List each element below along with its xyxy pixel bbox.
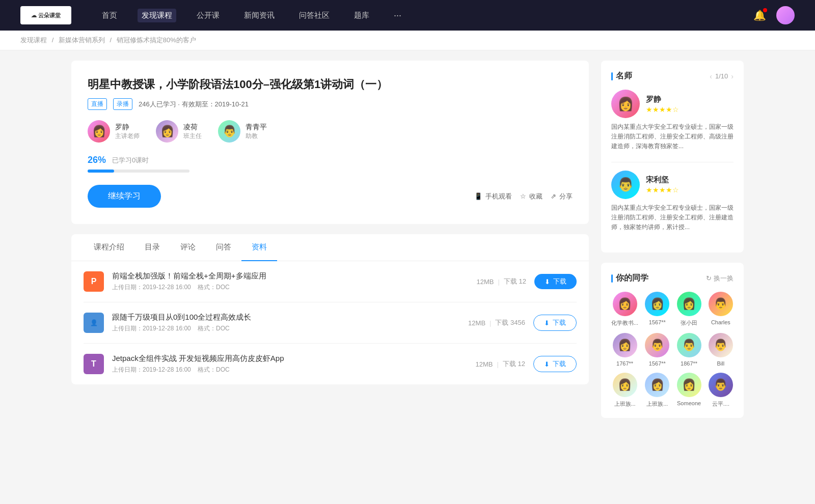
navbar: ☁ 云朵课堂 首页 发现课程 公开课 新闻资讯 问答社区 题库 ··· 🔔 <box>0 0 815 31</box>
resource-meta-3: 上传日期：2019-12-28 16:00 格式：DOC <box>112 366 468 374</box>
left-content: 明星中教授课，小学阶段语法100分–强化级第1讲动词（一） 直播 录播 246人… <box>71 61 589 428</box>
classmate-6-name: 1567** <box>649 360 666 367</box>
resource-size-3: 12MB <box>476 360 493 368</box>
course-card: 明星中教授课，小学阶段语法100分–强化级第1讲动词（一） 直播 录播 246人… <box>71 61 589 224</box>
classmate-4-name: Charles <box>711 319 730 325</box>
resource-size-1: 12MB <box>477 278 494 286</box>
resource-stats-2: 12MB | 下载 3456 <box>468 318 525 327</box>
teacher-divider <box>611 162 734 162</box>
nav-home[interactable]: 首页 <box>98 9 121 22</box>
nav-qa[interactable]: 问答社区 <box>295 9 334 22</box>
resource-info-1: 前端全栈加强版！前端全栈+全周期+多端应用 上传日期：2019-12-28 16… <box>112 271 469 292</box>
classmate-10: 👩 上班族... <box>644 373 670 408</box>
teachers-pagination: ‹ 1/10 › <box>710 72 734 80</box>
sidebar-teacher-2-stars: ★★★★☆ <box>646 186 679 194</box>
user-avatar-img <box>776 6 795 24</box>
download-icon-3: ⬇ <box>544 360 550 368</box>
next-teacher-button[interactable]: › <box>731 72 734 80</box>
teacher-3: 👨 青青平 助教 <box>218 120 267 143</box>
progress-percent: 26% <box>88 155 106 165</box>
sidebar-teacher-1-info: 罗静 ★★★★☆ <box>646 95 679 114</box>
classmate-8-avatar: 👨 <box>709 333 733 357</box>
sidebar-teacher-1-avatar: 👩 <box>611 90 640 118</box>
classmate-12: 👨 云平.... <box>708 373 734 408</box>
teachers-page: 1/10 <box>715 72 728 80</box>
mobile-watch-button[interactable]: 📱 手机观看 <box>474 192 512 201</box>
resource-size-2: 12MB <box>468 319 485 327</box>
resource-item: P 前端全栈加强版！前端全栈+全周期+多端应用 上传日期：2019-12-28 … <box>84 261 577 302</box>
progress-studied: 已学习0课时 <box>112 156 149 165</box>
classmates-card: 你的同学 ↻ 换一换 👩 化学教书... 👩 1567** <box>601 263 744 418</box>
nav-public[interactable]: 公开课 <box>193 9 224 22</box>
breadcrumb: 发现课程 / 新媒体营销系列 / 销冠修炼术搞定80%的客户 <box>0 31 815 50</box>
classmate-7: 👨 1867** <box>676 333 701 367</box>
teacher-2-avatar: 👩 <box>156 120 178 143</box>
classmate-10-avatar: 👩 <box>645 373 669 397</box>
teachers-card-header: 名师 ‹ 1/10 › <box>611 71 734 81</box>
sidebar-teacher-2-avatar: 👨 <box>611 171 640 199</box>
refresh-classmates-button[interactable]: ↻ 换一换 <box>706 274 734 283</box>
sidebar-teacher-2-info: 宋利坚 ★★★★☆ <box>646 175 679 194</box>
classmate-11-avatar: 👩 <box>677 373 701 397</box>
classmate-7-avatar: 👨 <box>677 333 701 357</box>
classmate-4: 👨 Charles <box>708 292 734 327</box>
logo[interactable]: ☁ 云朵课堂 <box>20 6 71 24</box>
course-enrollment: 246人已学习 · 有效期至：2019-10-21 <box>139 100 249 109</box>
progress-label: 26% 已学习0课时 <box>88 155 573 165</box>
tab-resources[interactable]: 资料 <box>241 234 277 261</box>
user-avatar-nav[interactable] <box>776 6 795 24</box>
sidebar-teacher-1-name: 罗静 <box>646 95 679 104</box>
teacher-2-info: 凌荷 班主任 <box>183 123 202 141</box>
breadcrumb-item-series[interactable]: 新媒体营销系列 <box>59 36 105 44</box>
resource-icon-3: T <box>84 354 104 374</box>
classmate-4-avatar: 👨 <box>709 292 733 316</box>
classmate-3-avatar: 👩 <box>677 292 701 316</box>
resource-name-1: 前端全栈加强版！前端全栈+全周期+多端应用 <box>112 271 469 281</box>
breadcrumb-item-current: 销冠修炼术搞定80%的客户 <box>117 36 196 44</box>
teacher-1: 👩 罗静 主讲老师 <box>88 120 140 143</box>
teacher-3-info: 青青平 助教 <box>246 123 267 141</box>
teachers-sidebar-title: 名师 <box>611 71 632 81</box>
classmate-5-name: 1767** <box>616 360 633 367</box>
share-icon: ⇗ <box>551 192 556 200</box>
nav-news[interactable]: 新闻资讯 <box>240 9 279 22</box>
download-button-2[interactable]: ⬇ 下载 <box>533 315 577 331</box>
tab-reviews[interactable]: 评论 <box>170 234 206 261</box>
progress-bar <box>88 170 189 173</box>
tab-intro[interactable]: 课程介绍 <box>84 234 134 261</box>
download-button-3[interactable]: ⬇ 下载 <box>533 356 577 372</box>
breadcrumb-item-discover[interactable]: 发现课程 <box>20 36 47 44</box>
nav-quiz[interactable]: 题库 <box>350 9 373 22</box>
nav-discover[interactable]: 发现课程 <box>138 9 176 22</box>
continue-button[interactable]: 继续学习 <box>88 185 161 208</box>
tab-qa[interactable]: 问答 <box>206 234 241 261</box>
logo-area: ☁ 云朵课堂 <box>20 6 71 24</box>
download-button-1[interactable]: ⬇ 下载 <box>534 274 577 289</box>
classmates-grid: 👩 化学教书... 👩 1567** 👩 张小田 <box>611 292 734 408</box>
nav-more[interactable]: ··· <box>390 8 405 23</box>
sidebar-teacher-1-top: 👩 罗静 ★★★★☆ <box>611 90 734 118</box>
main-container: 明星中教授课，小学阶段语法100分–强化级第1讲动词（一） 直播 录播 246人… <box>51 61 764 428</box>
teacher-1-avatar: 👩 <box>88 120 110 143</box>
refresh-icon: ↻ <box>706 274 712 282</box>
prev-teacher-button[interactable]: ‹ <box>710 72 712 80</box>
resource-downloads-1: 下载 12 <box>504 277 526 286</box>
teacher-3-role: 助教 <box>246 132 267 141</box>
action-row: 继续学习 📱 手机观看 ☆ 收藏 ⇗ 分享 <box>88 185 573 208</box>
download-icon-1: ⬇ <box>545 278 550 286</box>
collect-button[interactable]: ☆ 收藏 <box>520 192 542 201</box>
notification-bell[interactable]: 🔔 <box>753 9 766 21</box>
tab-catalog[interactable]: 目录 <box>134 234 170 261</box>
teachers-sidebar-card: 名师 ‹ 1/10 › 👩 罗静 ★★★★☆ <box>601 61 744 253</box>
classmate-9: 👩 上班族... <box>611 373 638 408</box>
sidebar-teacher-2-name: 宋利坚 <box>646 175 679 185</box>
resource-list: P 前端全栈加强版！前端全栈+全周期+多端应用 上传日期：2019-12-28 … <box>71 261 589 384</box>
right-sidebar: 名师 ‹ 1/10 › 👩 罗静 ★★★★☆ <box>601 61 744 428</box>
share-button[interactable]: ⇗ 分享 <box>551 192 573 201</box>
classmate-5: 👩 1767** <box>611 333 638 367</box>
classmate-3: 👩 张小田 <box>676 292 701 327</box>
teacher-1-info: 罗静 主讲老师 <box>115 123 140 141</box>
resource-name-2: 跟随千万级项目从0到100全过程高效成长 <box>112 313 460 322</box>
teacher-2-name: 凌荷 <box>183 123 202 132</box>
classmate-8-name: Bill <box>717 360 725 367</box>
